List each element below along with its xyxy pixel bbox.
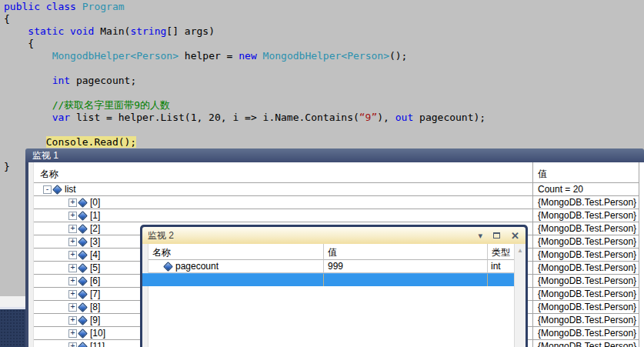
- field-icon: [78, 342, 88, 347]
- watch2-titlebar[interactable]: 监视 2 ▾ ✕: [142, 227, 526, 244]
- watch2-header-row: 名称 值 类型: [148, 244, 514, 260]
- code-line[interactable]: [4, 62, 644, 75]
- expand-icon[interactable]: +: [68, 212, 77, 220]
- field-icon: [78, 263, 88, 273]
- watch1-cell-value[interactable]: {MongoDB.Test.Person}: [532, 235, 639, 249]
- expand-icon[interactable]: +: [68, 277, 77, 285]
- watch2-window: 监视 2 ▾ ✕ 名称 值 类型 pagecount 999 int: [140, 225, 528, 347]
- watch1-variable-name: list: [65, 184, 76, 195]
- code-line[interactable]: Console.Read();: [4, 136, 644, 148]
- watch1-cell-value[interactable]: {MongoDB.Test.Person}: [532, 301, 639, 314]
- code-line[interactable]: {: [4, 13, 644, 25]
- watch1-variable-name: [3]: [90, 236, 100, 247]
- watch2-column-header-value[interactable]: 值: [323, 244, 487, 260]
- scroll-up-icon[interactable]: ▲: [515, 248, 526, 254]
- watch1-title: 监视 1: [32, 150, 58, 161]
- field-icon: [78, 198, 88, 208]
- watch1-cell-value[interactable]: {MongoDB.Test.Person}: [532, 196, 639, 209]
- code-line[interactable]: public class Program: [4, 1, 644, 13]
- watch1-variable-name: [8]: [90, 302, 100, 312]
- maximize-icon[interactable]: [493, 232, 500, 239]
- watch1-header-row: 名称 值: [34, 162, 644, 183]
- watch1-variable-name: [10]: [90, 328, 105, 339]
- expand-icon[interactable]: +: [68, 264, 77, 272]
- field-icon: [78, 329, 88, 339]
- code-line[interactable]: {: [4, 38, 644, 50]
- watch1-variable-name: [9]: [90, 315, 100, 325]
- watch2-column-header-name[interactable]: 名称: [148, 244, 323, 260]
- close-icon[interactable]: ✕: [511, 232, 519, 240]
- watch1-variable-name: [6]: [90, 275, 100, 286]
- expand-icon[interactable]: +: [68, 251, 77, 259]
- watch1-cell-value[interactable]: {MongoDB.Test.Person}: [532, 249, 639, 262]
- watch1-row-[1][interactable]: +[1]{MongoDB.Test.Person}: [34, 209, 644, 222]
- watch2-body: 名称 值 类型 pagecount 999 int ▲: [142, 244, 526, 347]
- watch2-title: 监视 2: [148, 229, 174, 242]
- watch2-column-header-type[interactable]: 类型: [487, 244, 514, 260]
- field-icon: [78, 237, 88, 247]
- watch1-cell-value[interactable]: Count = 20: [532, 183, 639, 196]
- code-line[interactable]: var list = helper.List(1, 20, i => i.Nam…: [4, 112, 644, 124]
- collapse-icon[interactable]: -: [43, 185, 52, 194]
- watch1-variable-name: [5]: [90, 262, 100, 273]
- watch2-titlebar-buttons: ▾ ✕: [479, 232, 519, 240]
- watch1-variable-name: [7]: [90, 289, 100, 299]
- watch2-cell-value[interactable]: 999: [323, 260, 487, 273]
- vs-debug-screen: public class Program{ static void Main(s…: [0, 0, 644, 347]
- code-line[interactable]: [4, 124, 644, 136]
- watch1-row-[0][interactable]: +[0]{MongoDB.Test.Person}: [34, 196, 644, 209]
- watch1-column-header-value[interactable]: 值: [532, 162, 639, 183]
- window-position-icon[interactable]: ▾: [479, 232, 483, 240]
- code-line[interactable]: int pagecount;: [4, 75, 644, 87]
- watch1-cell-value[interactable]: {MongoDB.Test.Person}: [532, 275, 639, 288]
- expand-icon[interactable]: +: [68, 199, 77, 207]
- watch2-cell-type[interactable]: int: [487, 260, 514, 273]
- watch1-cell-value[interactable]: {MongoDB.Test.Person}: [532, 288, 639, 301]
- field-icon: [78, 224, 88, 234]
- watch1-cell-value[interactable]: {MongoDB.Test.Person}: [532, 222, 639, 235]
- watch1-titlebar[interactable]: 监视 1: [25, 148, 644, 162]
- watch1-column-header-name[interactable]: 名称: [34, 162, 532, 183]
- expand-icon[interactable]: +: [68, 329, 77, 338]
- watch1-cell-name[interactable]: +[0]: [34, 196, 532, 209]
- expand-icon[interactable]: +: [68, 290, 77, 299]
- watch1-cell-value[interactable]: {MongoDB.Test.Person}: [532, 327, 639, 340]
- watch1-row-list[interactable]: -listCount = 20: [34, 183, 644, 196]
- expand-icon[interactable]: +: [68, 225, 77, 233]
- field-icon: [78, 211, 88, 221]
- watch1-cell-name[interactable]: -list: [34, 183, 532, 196]
- field-icon: [78, 302, 88, 312]
- expand-icon[interactable]: +: [68, 238, 77, 246]
- expand-icon[interactable]: +: [68, 316, 77, 325]
- watch1-variable-name: [1]: [90, 210, 100, 221]
- watch2-variable-name: pagecount: [175, 260, 219, 272]
- watch1-variable-name: [2]: [90, 223, 100, 234]
- watch1-cell-value[interactable]: {MongoDB.Test.Person}: [532, 209, 639, 222]
- field-icon: [52, 185, 62, 195]
- expand-icon[interactable]: +: [68, 303, 77, 312]
- code-line[interactable]: MongodbHelper<Person> helper = new Mongo…: [4, 50, 644, 62]
- field-icon: [78, 315, 88, 325]
- watch2-cell-name[interactable]: pagecount: [148, 260, 323, 273]
- watch2-left-margin: [142, 244, 148, 347]
- code-line[interactable]: //获取名字里面带9的人数: [4, 99, 644, 112]
- watch1-left-margin: [28, 162, 34, 347]
- watch2-row-pagecount[interactable]: pagecount 999 int: [148, 260, 514, 273]
- field-icon: [78, 250, 88, 260]
- current-statement-highlight: Console.Read();: [46, 136, 136, 148]
- field-icon: [163, 262, 173, 272]
- code-line[interactable]: static void Main(string[] args): [4, 25, 644, 38]
- watch1-cell-value[interactable]: {MongoDB.Test.Person}: [532, 340, 639, 347]
- watch1-cell-value[interactable]: {MongoDB.Test.Person}: [532, 262, 639, 275]
- watch2-vertical-scrollbar[interactable]: ▲: [514, 244, 526, 347]
- watch1-variable-name: [11]: [90, 341, 105, 347]
- watch1-cell-name[interactable]: +[1]: [34, 209, 532, 222]
- field-icon: [78, 289, 88, 299]
- watch1-cell-value[interactable]: {MongoDB.Test.Person}: [532, 314, 639, 327]
- watch1-variable-name: [4]: [90, 249, 100, 260]
- field-icon: [78, 276, 88, 286]
- code-line[interactable]: [4, 87, 644, 99]
- expand-icon[interactable]: +: [68, 342, 77, 347]
- watch1-variable-name: [0]: [90, 197, 100, 208]
- watch2-selected-empty-row[interactable]: [142, 273, 514, 286]
